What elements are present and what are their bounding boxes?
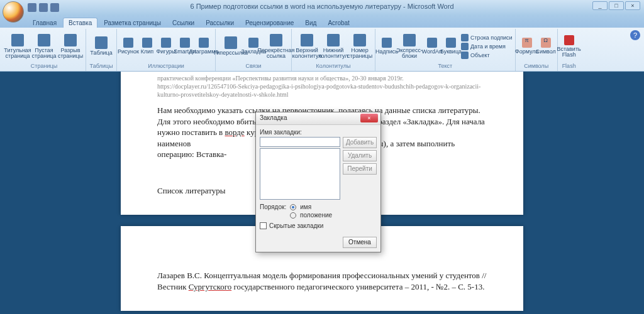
wordart-icon: [427, 38, 437, 48]
object-button[interactable]: Объект: [461, 51, 513, 59]
group-illustrations: Рисунок Клип Фигуры SmartArt Диаграмма И…: [117, 29, 216, 71]
header-icon: [301, 34, 313, 46]
sort-by-name-radio[interactable]: [290, 204, 296, 210]
bookmark-list[interactable]: [260, 148, 340, 200]
sort-label: Порядок:: [260, 203, 286, 210]
cover-page-icon: [11, 34, 24, 46]
qat-redo-icon[interactable]: [50, 3, 59, 12]
close-button[interactable]: ×: [625, 1, 640, 10]
datetime-icon: [461, 43, 469, 50]
minimize-button[interactable]: _: [592, 1, 608, 10]
dialog-title: Закладка: [260, 114, 287, 121]
clipart-icon: [142, 38, 152, 48]
bookmark-icon: [248, 38, 258, 48]
hyperlink-icon: [225, 36, 237, 49]
quickparts-icon: [403, 34, 416, 46]
group-flash: Вставить Flash Flash: [558, 29, 580, 71]
hidden-bookmarks-checkbox[interactable]: [260, 222, 267, 229]
blank-page-button[interactable]: Пустая страница: [31, 33, 57, 60]
group-pages: Титульная страница Пустая страница Разры…: [3, 29, 86, 71]
group-label-links: Связи: [218, 62, 289, 70]
clipart-button[interactable]: Клип: [138, 36, 156, 56]
bookmark-dialog: Закладка × Имя закладки: Добавить Удалит…: [255, 112, 381, 252]
hyperlink-button[interactable]: Гиперссылка: [218, 35, 243, 57]
shapes-button[interactable]: Фигуры: [157, 36, 175, 56]
tab-insert[interactable]: Вставка: [63, 18, 97, 28]
sort-by-location-radio[interactable]: [290, 212, 296, 219]
symbol-icon: Ω: [541, 38, 551, 48]
date-time-button[interactable]: Дата и время: [461, 43, 513, 50]
ribbon: Титульная страница Пустая страница Разры…: [0, 28, 644, 72]
crossref-button[interactable]: Перекрёстная ссылка: [264, 33, 289, 60]
tab-mailings[interactable]: Рассылки: [201, 18, 239, 28]
spell-underline: Сургутского: [189, 282, 231, 291]
hidden-bookmarks-label: Скрытые закладки: [269, 222, 323, 229]
group-label-pages: Страницы: [5, 62, 83, 70]
signature-line-button[interactable]: Строка подписи: [461, 34, 513, 41]
quick-access-toolbar[interactable]: [28, 3, 59, 12]
tab-layout[interactable]: Разметка страницы: [99, 18, 166, 28]
tab-view[interactable]: Вид: [300, 18, 321, 28]
dropcap-button[interactable]: Буквица: [442, 36, 460, 56]
delete-bookmark-button[interactable]: Удалить: [343, 150, 377, 161]
table-button[interactable]: Таблица: [89, 35, 114, 57]
group-label-illustrations: Иллюстрации: [119, 62, 213, 70]
footer-button[interactable]: Нижний колонтитул: [321, 33, 346, 60]
quickparts-button[interactable]: Экспресс-блоки: [397, 33, 422, 60]
tab-review[interactable]: Рецензирование: [240, 18, 299, 28]
shapes-icon: [161, 38, 171, 48]
spell-underline: ворде: [225, 127, 244, 137]
chart-button[interactable]: Диаграмма: [195, 36, 213, 56]
chart-icon: [199, 38, 209, 48]
page-number-icon: [353, 34, 366, 46]
dropcap-icon: [446, 38, 456, 48]
crossref-icon: [270, 34, 282, 46]
tab-home[interactable]: Главная: [28, 18, 62, 28]
insert-flash-button[interactable]: Вставить Flash: [560, 34, 578, 59]
smartart-icon: [180, 38, 190, 48]
flash-icon: [564, 35, 574, 45]
signature-icon: [461, 34, 469, 41]
maximize-button[interactable]: □: [609, 1, 624, 10]
sort-by-name-label: имя: [300, 203, 311, 210]
tab-references[interactable]: Ссылки: [167, 18, 199, 28]
titlebar: 6 Пример подготовки ссылки в word на исп…: [0, 0, 644, 15]
group-label-symbols: Символы: [518, 62, 555, 70]
page-number-button[interactable]: Номер страницы: [347, 33, 372, 60]
group-header-footer: Верхний колонтитул Нижний колонтитул Ном…: [292, 29, 375, 71]
picture-icon: [123, 38, 133, 48]
equation-button[interactable]: πФормула: [518, 36, 536, 56]
dialog-close-button[interactable]: ×: [360, 114, 378, 122]
bibliography-entry[interactable]: Лазарев В.С. Концептуальная модель форми…: [157, 270, 487, 292]
qat-undo-icon[interactable]: [39, 3, 48, 12]
add-bookmark-button[interactable]: Добавить: [343, 137, 377, 148]
group-label-flash: Flash: [560, 62, 578, 70]
window-title: 6 Пример подготовки ссылки в word на исп…: [0, 3, 644, 10]
group-text: Надпись Экспресс-блоки WordArt Буквица С…: [375, 29, 516, 71]
textbox-icon: [382, 38, 392, 48]
page-break-button[interactable]: Разрыв страницы: [58, 33, 83, 60]
symbol-button[interactable]: ΩСимвол: [537, 36, 555, 56]
reference-gray-text: практической конференции «Перспективы ра…: [157, 72, 487, 99]
footer-icon: [327, 34, 340, 46]
cancel-button[interactable]: Отмена: [343, 237, 377, 248]
cover-page-button[interactable]: Титульная страница: [5, 33, 30, 60]
bookmark-name-input[interactable]: [260, 137, 340, 147]
help-icon[interactable]: ?: [630, 30, 640, 40]
goto-bookmark-button[interactable]: Перейти: [343, 163, 377, 175]
blank-page-icon: [38, 34, 50, 46]
group-label-hf: Колонтитулы: [294, 62, 372, 70]
wordart-button[interactable]: WordArt: [423, 36, 441, 56]
office-button[interactable]: [3, 1, 24, 23]
tab-acrobat[interactable]: Acrobat: [323, 18, 354, 28]
group-links: Гиперссылка Закладка Перекрёстная ссылка…: [216, 29, 292, 71]
group-tables: Таблица Таблицы: [86, 29, 117, 71]
header-button[interactable]: Верхний колонтитул: [294, 33, 319, 60]
ribbon-tabs: Главная Вставка Разметка страницы Ссылки…: [0, 15, 644, 28]
textbox-button[interactable]: Надпись: [378, 36, 396, 56]
picture-button[interactable]: Рисунок: [119, 36, 137, 56]
object-icon: [461, 51, 469, 59]
dialog-titlebar[interactable]: Закладка ×: [256, 112, 380, 125]
sort-by-location-label: положение: [300, 212, 332, 219]
qat-save-icon[interactable]: [28, 3, 36, 12]
